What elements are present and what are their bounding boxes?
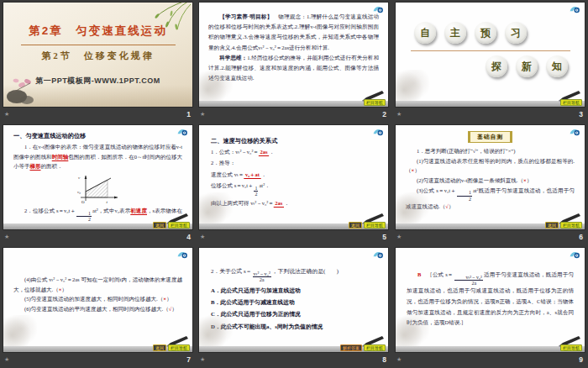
slide-number: 6 (579, 233, 583, 241)
nav-badge: 栏目导航 (560, 99, 582, 106)
displacement-formula-line: 位移公式 s＝v₀t＋12at²． (211, 181, 376, 197)
circle-char: 预 (475, 22, 496, 44)
judge-item-2: (2)匀速直线运动的v-t图像是一条倾斜直线.（×） (406, 176, 575, 186)
badge-group: 返回 栏目导航 (545, 222, 582, 229)
flower-decoration (396, 192, 429, 226)
circle-char: 自 (414, 22, 436, 44)
slide-cell-2: 【学习素养·明目标】 物理观念：1.理解什么是匀变速直线运动的位移和位移与时间的… (196, 0, 392, 123)
slide-cell-4: 一、匀变速直线运动的位移 1．在v-t图像中的表示：做匀变速直线运动的物体的位移… (0, 123, 196, 245)
judge-item-4: (4)由公式 vₜ²－v₀²＝2as 可知在一定时间t内，运动物体的末速度越大，… (13, 275, 182, 294)
willow-branch-decoration (123, 3, 191, 39)
badge-group: 栏目导航 (560, 344, 582, 351)
badge-group: 栏目导航 (364, 99, 386, 106)
judge-item-1: (1)匀速直线运动表示任意相等的时间内，质点的位移都是相等的.（×） (406, 156, 575, 176)
slide-cell-6: 基础自测 1．思考判断(正确的打“√”，错误的打“×”) (1)匀速直线运动表示… (392, 123, 588, 245)
flower-decoration (199, 70, 233, 103)
circle-char: 知 (546, 55, 568, 77)
judge-item-5: (5)匀变速直线运动的加速度越大，相同时间内位移越大.（×） (13, 294, 182, 304)
badge-group: 返回 栏目导航 (153, 222, 190, 229)
circle-char: 探 (486, 55, 507, 77)
back-badge: 返回 (349, 222, 362, 229)
option-d: D．此公式不可能出现a、s同时为负值的情况 (211, 323, 376, 331)
slide-footer-bar (396, 346, 585, 352)
slide-number: 3 (579, 110, 583, 118)
circle-char: 新 (516, 55, 538, 77)
flower-decoration (396, 315, 429, 349)
slide-cell-3: 自 主 预 习 探 新 知 栏目导航 ★ 3 (392, 0, 588, 123)
slide-thumbnail-7[interactable]: (4)由公式 vₜ²－v₀²＝2as 可知在一定时间t内，运动物体的末速度越大，… (3, 248, 192, 352)
logo-swirl-icon (373, 5, 384, 14)
logo-swirl-icon (570, 250, 580, 260)
slide-cell-1: 第2章 匀变速直线运动 第2节 位移变化规律 第一PPT模板网-WWW.1PPT… (0, 0, 196, 123)
cell-footer: ★ 6 (396, 229, 585, 244)
judge-question: 1．思考判断(正确的打“√”，错误的打“×”) (406, 146, 575, 156)
objectives-paragraph-1: 【学习素养·明目标】 物理观念：1.理解什么是匀变速直线运动的位移和位移与时间的… (208, 12, 379, 53)
cell-footer: ★ 9 (396, 352, 585, 366)
slide-thumbnail-8[interactable]: 2．关于公式 s＝vₜ²－v₀²2a，下列说法正确的是( ) A．此公式只适用于… (199, 248, 388, 352)
badge-group: 返回 栏目导航 (153, 344, 190, 351)
cell-footer: ★ 2 (199, 107, 388, 121)
slide-thumbnail-2[interactable]: 【学习素养·明目标】 物理观念：1.理解什么是匀变速直线运动的位移和位移与时间的… (199, 3, 388, 107)
animation-indicator-icon: ★ (200, 356, 205, 362)
slide-thumbnail-5[interactable]: 二、速度与位移的关系式 1．公式：vₜ²－v₀²＝ 2as ． 2．推导： 速度… (199, 125, 388, 229)
graph-v0-label: v₀ (77, 190, 81, 194)
circle-char: 主 (444, 22, 466, 44)
logo-swirl-icon (177, 250, 188, 260)
slide-thumbnail-6[interactable]: 基础自测 1．思考判断(正确的打“√”，错误的打“×”) (1)匀速直线运动表示… (396, 125, 585, 229)
slide-thumbnail-1[interactable]: 第2章 匀变速直线运动 第2节 位移变化规律 第一PPT模板网-WWW.1PPT… (3, 3, 192, 107)
choice-question: 2．关于公式 s＝vₜ²－v₀²2a，下列说法正确的是( ) (211, 266, 376, 283)
option-b: B．此公式适用于匀减速直线运动 (211, 298, 376, 307)
nav-badge: 栏目导航 (560, 222, 582, 229)
logo-swirl-icon (177, 128, 188, 137)
velocity-formula-line: 速度公式 vₜ＝ v₀＋at ． (211, 171, 376, 179)
displacement-paragraph: 1．在v-t图像中的表示：做匀变速直线运动的物体的位移对应着v-t图像中的图线和… (13, 142, 182, 171)
nav-badge: 栏目导航 (364, 99, 386, 106)
explore-buttons: 探 新 知 (486, 55, 568, 77)
option-a: A．此公式只适用于匀加速直线运动 (211, 287, 376, 295)
cell-footer: ★ 4 (3, 229, 192, 244)
option-c: C．此公式只适用于位移为正的情况 (211, 310, 376, 318)
logo-swirl-icon (570, 5, 580, 14)
back-badge: 返回 (153, 222, 166, 229)
section-heading: 二、速度与位移的关系式 (211, 137, 388, 145)
logo-swirl-icon (373, 128, 384, 137)
animation-indicator-icon: ★ (200, 234, 205, 239)
slide-number: 9 (579, 355, 583, 364)
logo-swirl-icon (373, 250, 384, 260)
self-test-header: 基础自测 (468, 131, 512, 143)
slide-footer-bar (199, 101, 388, 107)
badge-group: 栏目导航 (560, 99, 582, 106)
judge-item-6: (6)匀变速直线运动的平均速度越大，相同时间内位移越大.（√） (13, 304, 182, 314)
slide-number: 1 (186, 110, 191, 118)
slide-number: 5 (382, 233, 386, 241)
slide-thumbnail-9[interactable]: B ［公式 s＝vₜ²－v₀²2a适用于匀变速直线运动，既适用于匀加速直线运动，… (396, 248, 585, 352)
section-heading: 一、匀变速直线运动的位移 (13, 132, 182, 140)
animation-indicator-icon: ★ (396, 356, 402, 362)
back-badge: 返回 (545, 222, 559, 229)
animation-indicator-icon: ★ (200, 111, 205, 117)
cell-footer: ★ 3 (396, 107, 585, 121)
slide-sorter-grid: 第2章 匀变速直线运动 第2节 位移变化规律 第一PPT模板网-WWW.1PPT… (0, 0, 588, 368)
slide-thumbnail-4[interactable]: 一、匀变速直线运动的位移 1．在v-t图像中的表示：做匀变速直线运动的物体的位移… (3, 125, 192, 229)
section-divider (411, 50, 570, 51)
graph-v-label: v (78, 176, 81, 180)
nav-badge: 栏目导航 (364, 344, 386, 351)
logo-swirl-icon (570, 128, 580, 137)
slide-number: 2 (382, 110, 386, 118)
animation-indicator-icon: ★ (4, 234, 9, 239)
self-study-buttons: 自 主 预 习 (414, 22, 527, 44)
animation-indicator-icon: ★ (396, 234, 402, 239)
cell-footer: ★ 7 (3, 352, 192, 366)
flower-decoration (3, 315, 37, 349)
answer-badge: 解析答案 (340, 344, 362, 351)
answer-explanation: B ［公式 s＝vₜ²－v₀²2a适用于匀变速直线运动，既适用于匀加速直线运动，… (407, 270, 574, 329)
conclusion-line: 由以上两式可得 vₜ²－v₀²＝ 2as ． (211, 199, 376, 208)
graph-t-label: t (107, 200, 108, 204)
section-title: 第2节 位移变化规律 (3, 50, 192, 62)
formula-line: 1．公式：vₜ²－v₀²＝ 2as ． (211, 148, 376, 156)
graph-origin-label: O (81, 200, 85, 204)
judge-item-3: (3)公式 s＝v₀t＋12at²既适用于匀加速直线运动，也适用于匀减速直线运动… (406, 186, 575, 212)
slide-thumbnail-3[interactable]: 自 主 预 习 探 新 知 栏目导航 (396, 3, 585, 107)
objectives-paragraph-2: 科学思维：1.经历位移公式的推导，并能利用公式进行有关分析和计算.2.能理解位移… (208, 53, 379, 84)
slide-footer-bar (396, 101, 585, 107)
